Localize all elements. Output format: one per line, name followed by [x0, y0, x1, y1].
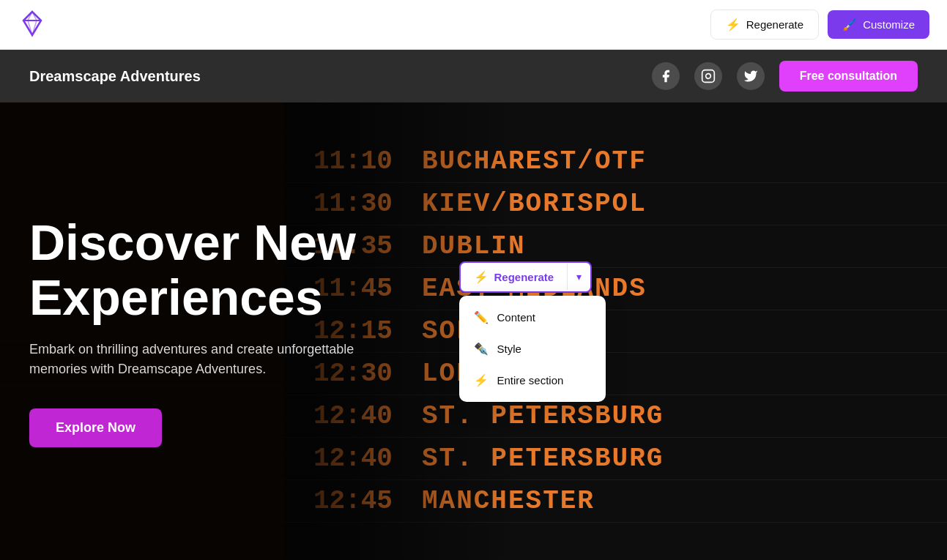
- hero-section: 11:10 BUCHAREST/OTF 11:30 KIEV/BORISPOL …: [0, 102, 947, 560]
- regen-hero-label: Regenerate: [494, 271, 554, 283]
- bolt-icon: ⚡: [726, 18, 740, 31]
- dropdown-item-content[interactable]: ✏️ Content: [459, 302, 606, 333]
- hero-content: Discover New Experiences Embark on thril…: [0, 102, 521, 560]
- hero-title: Discover New Experiences: [29, 215, 491, 325]
- hero-subtitle: Embark on thrilling adventures and creat…: [29, 340, 381, 379]
- dropdown-style-label: Style: [497, 343, 521, 355]
- dropdown-section-label: Entire section: [497, 374, 564, 387]
- instagram-icon[interactable]: [694, 62, 722, 90]
- facebook-icon[interactable]: [652, 62, 680, 90]
- regen-bolt-icon: ⚡: [474, 270, 489, 284]
- regenerate-toolbar-button[interactable]: ⚡ Regenerate: [710, 10, 819, 40]
- dropdown-menu: ✏️ Content ✒️ Style ⚡ Entire section: [459, 296, 606, 402]
- customize-label: Customize: [863, 18, 915, 31]
- customize-toolbar-button[interactable]: 🖌️ Customize: [828, 10, 929, 39]
- dropdown-item-style[interactable]: ✒️ Style: [459, 333, 606, 365]
- style-icon: ✒️: [474, 342, 489, 356]
- dropdown-content-label: Content: [497, 311, 536, 324]
- regenerate-label: Regenerate: [746, 18, 803, 31]
- diamond-icon: [18, 9, 47, 41]
- customize-icon: 🖌️: [842, 18, 857, 31]
- navbar: Dreamscape Adventures Free consultation: [0, 50, 947, 102]
- svg-rect-0: [702, 70, 714, 83]
- logo-area: [18, 9, 47, 41]
- brand-name: Dreamscape Adventures: [29, 68, 201, 85]
- regen-hero-main-button[interactable]: ⚡ Regenerate: [461, 263, 568, 291]
- regen-hero-btn: ⚡ Regenerate ▾: [459, 261, 593, 293]
- twitter-icon[interactable]: [737, 62, 765, 90]
- toolbar-actions: ⚡ Regenerate 🖌️ Customize: [710, 10, 929, 40]
- nav-right: Free consultation: [652, 61, 918, 92]
- explore-now-button[interactable]: Explore Now: [29, 408, 162, 447]
- free-consultation-button[interactable]: Free consultation: [779, 61, 918, 92]
- regen-hero-container: ⚡ Regenerate ▾ ✏️ Content ✒️ Style ⚡ Ent…: [459, 261, 606, 402]
- section-icon: ⚡: [474, 373, 489, 387]
- dropdown-item-entire-section[interactable]: ⚡ Entire section: [459, 365, 606, 396]
- toolbar: ⚡ Regenerate 🖌️ Customize: [0, 0, 947, 50]
- regen-hero-dropdown-button[interactable]: ▾: [567, 264, 590, 290]
- content-icon: ✏️: [474, 310, 489, 324]
